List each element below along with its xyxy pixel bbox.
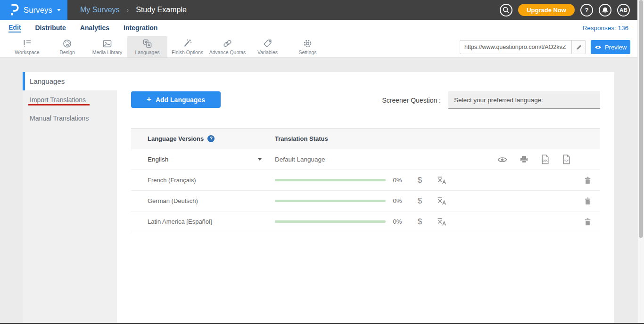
screener-question-label: Screener Question : [382,97,441,104]
tab-integration[interactable]: Integration [124,24,157,32]
finish-options-wand-icon [182,39,192,49]
export-doc-icon[interactable]: DOC [541,154,550,164]
brand-label: Surveys [24,6,52,15]
breadcrumb: My Surveys › Study Example [80,0,187,20]
translation-progress-percent: 0% [386,197,409,204]
toolbar-item-media-library[interactable]: Media Library [87,36,127,57]
design-palette-icon [62,39,72,49]
variables-tag-icon [263,39,272,49]
language-name: French (Français) [131,177,275,184]
workspace-icon [22,39,32,49]
questionpro-logo-icon [9,4,19,16]
preview-button[interactable]: Preview [591,40,630,54]
translation-status-header: Translation Status [275,135,328,142]
vertical-scrollbar[interactable] [637,0,644,324]
languages-main-panel: + Add Languages Screener Question : Sele… [117,72,614,324]
toolbar-item-settings[interactable]: Settings [288,36,328,57]
print-survey-icon[interactable] [520,155,528,163]
responses-count[interactable]: Responses: 136 [582,24,628,32]
default-language-actions: DOC PDF [497,154,571,164]
language-versions-help-icon[interactable]: ? [207,135,215,142]
translation-progress-bar [275,200,386,202]
breadcrumb-my-surveys[interactable]: My Surveys [80,6,120,14]
chevron-down-icon [57,9,61,13]
search-icon [502,6,510,14]
toolbar-right-actions: Preview [460,40,630,54]
tab-distribute[interactable]: Distribute [35,24,66,32]
svg-text:DOC: DOC [542,159,549,162]
toolbar-item-advance-quotas[interactable]: Advance Quotas [207,36,248,57]
avatar[interactable]: AB [617,4,630,16]
edit-url-button[interactable] [571,40,586,54]
languages-card: Languages Import Translations Manual Tra… [23,72,614,324]
survey-url-input[interactable] [460,40,571,54]
language-name: Latin America [Español] [131,218,275,225]
add-languages-button[interactable]: + Add Languages [131,91,221,108]
toolbar-item-finish-options[interactable]: Finish Options [167,36,207,57]
media-library-icon [102,39,112,49]
export-pdf-icon[interactable]: PDF [562,154,571,164]
chevron-down-icon [258,158,262,162]
default-language-status: Default Language [275,156,325,163]
edit-toolbar: Workspace Design Media Library Lang [0,36,644,58]
view-survey-icon[interactable] [497,156,507,163]
help-button[interactable]: ? [580,4,593,16]
breadcrumb-separator-icon: › [127,6,129,14]
language-name: German (Deutsch) [131,197,275,204]
table-row-spanish: Latin America [Español] 0% $ [131,211,600,232]
auto-translate-icon[interactable] [430,218,453,226]
breadcrumb-current-survey: Study Example [136,6,187,14]
auto-translate-icon[interactable] [430,176,453,185]
table-header-row: Language Versions ? Translation Status [131,128,600,149]
auto-translate-icon[interactable] [430,197,453,205]
topbar-actions: Upgrade Now ? AB [500,0,644,20]
preview-eye-icon [594,45,602,50]
page-content: Languages Import Translations Manual Tra… [0,58,644,324]
table-row-french: French (Français) 0% $ [131,170,600,191]
tab-edit[interactable]: Edit [8,24,21,32]
notifications-button[interactable] [599,4,611,16]
translation-progress-bar [275,179,386,181]
toolbar-item-workspace[interactable]: Workspace [7,36,47,57]
toolbar-item-variables[interactable]: Variables [248,36,288,57]
table-row-default-language: English Default Language [131,149,600,170]
languages-sidebar: Languages Import Translations Manual Tra… [23,72,117,324]
brand-menu[interactable]: Surveys [0,0,67,20]
scrollbar-thumb[interactable] [639,0,643,238]
plus-icon: + [147,95,151,104]
delete-language-icon[interactable] [584,197,591,205]
translation-progress-bar [275,220,386,223]
top-bar: Surveys My Surveys › Study Example Upgra… [0,0,644,20]
sidebar-header-languages[interactable]: Languages [23,72,117,90]
translation-quote-icon[interactable]: $ [409,217,430,227]
language-versions-table: Language Versions ? Translation Status E… [131,128,600,232]
bell-icon [601,6,609,14]
translation-quote-icon[interactable]: $ [409,176,430,185]
default-language-dropdown[interactable]: English [131,156,275,163]
translation-progress-percent: 0% [386,218,409,225]
sidebar-item-import-translations[interactable]: Import Translations [23,90,117,109]
screener-question-select[interactable]: Select your preferred language: [448,91,600,109]
survey-url-box [460,40,586,54]
search-button[interactable] [500,4,512,16]
translation-progress-percent: 0% [386,177,409,184]
toolbar-item-design[interactable]: Design [47,36,87,57]
table-row-german: German (Deutsch) 0% $ [131,191,600,211]
languages-icon [142,39,152,49]
pencil-icon [576,44,582,50]
import-translations-annotation-underline [28,104,90,105]
delete-language-icon[interactable] [584,218,591,226]
language-versions-header: Language Versions ? [131,135,275,142]
svg-text:PDF: PDF [564,159,570,162]
settings-gear-icon [303,39,313,49]
translation-quote-icon[interactable]: $ [409,196,430,206]
toolbar-item-languages[interactable]: Languages [127,36,167,57]
advance-quotas-chain-icon [223,39,232,49]
sidebar-item-manual-translations[interactable]: Manual Translations [23,109,117,127]
survey-nav-tabs: Edit Distribute Analytics Integration Re… [0,20,644,36]
delete-language-icon[interactable] [584,176,591,185]
upgrade-now-button[interactable]: Upgrade Now [518,4,575,16]
tab-analytics[interactable]: Analytics [80,24,109,32]
